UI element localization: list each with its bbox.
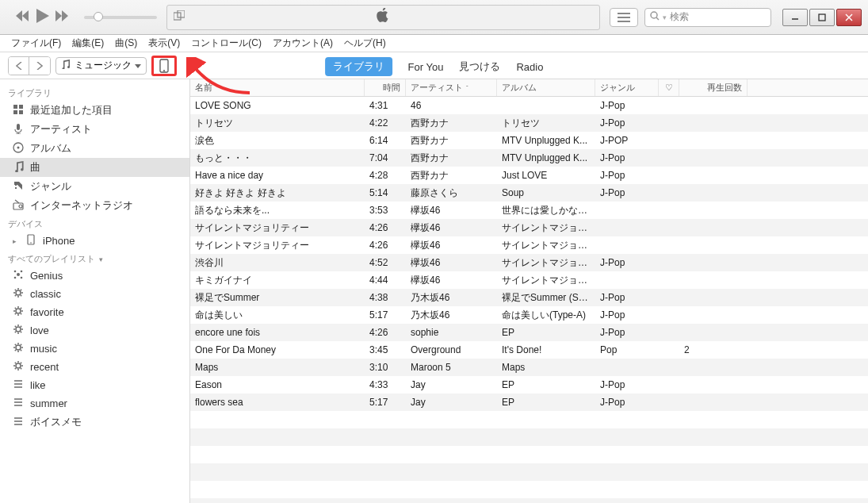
- empty-row: [190, 481, 868, 498]
- maximize-button[interactable]: [809, 9, 835, 26]
- sidebar-item[interactable]: アーティスト: [0, 120, 189, 139]
- back-button[interactable]: [9, 57, 29, 75]
- svg-point-5: [651, 12, 657, 18]
- sidebar-item[interactable]: like: [0, 376, 189, 394]
- sidebar-item-label: summer: [30, 397, 67, 409]
- table-row[interactable]: 好きよ 好きよ 好きよ5:14藤原さくらSoupJ-Pop: [190, 184, 868, 202]
- sidebar-item-label: 最近追加した項目: [30, 103, 113, 117]
- menu-item[interactable]: ヘルプ(H): [344, 36, 386, 50]
- svg-point-28: [14, 271, 17, 273]
- col-time[interactable]: 時間: [365, 79, 406, 96]
- table-row[interactable]: Maps3:10Maroon 5Maps: [190, 359, 868, 376]
- device-button[interactable]: [151, 56, 177, 76]
- volume-slider[interactable]: [84, 16, 157, 19]
- sidebar-item[interactable]: classic: [0, 285, 189, 303]
- sidebar-item-label: like: [30, 379, 46, 391]
- search-placeholder: 検索: [670, 10, 689, 24]
- empty-row: [190, 463, 868, 481]
- close-button[interactable]: [836, 9, 862, 26]
- gear-icon: [13, 305, 24, 319]
- list-icon: [13, 416, 24, 429]
- empty-row: [190, 428, 868, 446]
- sidebar-item-label: favorite: [30, 306, 64, 318]
- menu-item[interactable]: 編集(E): [72, 36, 104, 50]
- sidebar-item[interactable]: favorite: [0, 303, 189, 321]
- sidebar-heading-devices: デバイス: [0, 215, 189, 232]
- table-row[interactable]: 渋谷川4:52欅坂46サイレントマジョリティーJ-Pop: [190, 254, 868, 271]
- svg-rect-4: [618, 21, 630, 22]
- forward-button[interactable]: [29, 57, 50, 75]
- window-controls: [782, 9, 862, 26]
- svg-line-24: [15, 200, 19, 203]
- sidebar-item[interactable]: Genius: [0, 267, 189, 285]
- sidebar-item[interactable]: recent: [0, 358, 189, 376]
- sidebar-item[interactable]: アルバム: [0, 139, 189, 158]
- tab-radio[interactable]: Radio: [516, 61, 543, 73]
- svg-point-12: [163, 70, 165, 71]
- col-favorite[interactable]: ♡: [659, 79, 679, 96]
- sidebar-item[interactable]: ジャンル: [0, 177, 189, 196]
- tab-library[interactable]: ライブラリ: [325, 57, 392, 76]
- table-row[interactable]: トリセツ4:22西野カナトリセツJ-Pop: [190, 114, 868, 132]
- table-header: 名前 時間 アーティストˇ アルバム ジャンル ♡ 再生回数: [190, 79, 868, 97]
- table-row[interactable]: encore une fois4:26sophieEPJ-Pop: [190, 324, 868, 341]
- sidebar-item[interactable]: 曲: [0, 158, 189, 177]
- sidebar-item[interactable]: ▸iPhone: [0, 232, 189, 250]
- table-row[interactable]: サイレントマジョリティー4:26欅坂46サイレントマジョリティ...: [190, 219, 868, 236]
- list-view-button[interactable]: [610, 8, 638, 27]
- next-button[interactable]: [55, 10, 71, 25]
- table-row[interactable]: 裸足でSummer4:38乃木坂46裸足でSummer (Sp...J-Pop: [190, 289, 868, 306]
- col-artist[interactable]: アーティストˇ: [406, 79, 497, 96]
- svg-rect-14: [19, 105, 23, 109]
- tab-discover[interactable]: 見つける: [459, 60, 500, 74]
- sidebar-item-label: アーティスト: [30, 122, 92, 136]
- menu-item[interactable]: 曲(S): [115, 36, 137, 50]
- table-row[interactable]: 涙色6:14西野カナMTV Unplugged K...J-POP: [190, 132, 868, 149]
- col-plays[interactable]: 再生回数: [679, 79, 748, 96]
- miniplayer-icon[interactable]: [174, 10, 185, 25]
- sidebar-item-label: classic: [30, 288, 61, 300]
- grid-icon: [13, 104, 24, 117]
- table-row[interactable]: キミガイナイ4:44欅坂46サイレントマジョリティー: [190, 271, 868, 289]
- svg-rect-20: [15, 184, 17, 186]
- tab-for-you[interactable]: For You: [408, 61, 444, 73]
- table-row[interactable]: 語るなら未来を...3:53欅坂46世界には愛しかない...: [190, 202, 868, 219]
- col-album[interactable]: アルバム: [497, 79, 595, 96]
- sidebar-item[interactable]: 最近追加した項目: [0, 101, 189, 120]
- minimize-button[interactable]: [782, 9, 808, 26]
- menu-item[interactable]: ファイル(F): [11, 36, 61, 50]
- sidebar-item[interactable]: summer: [0, 394, 189, 413]
- table-row[interactable]: One For Da Money3:45OvergroundIt's Done!…: [190, 341, 868, 359]
- svg-point-29: [21, 271, 23, 273]
- table-row[interactable]: もっと・・・7:04西野カナMTV Unplugged K...J-Pop: [190, 149, 868, 167]
- table-row[interactable]: 命は美しい5:17乃木坂46命は美しい(Type-A)J-Pop: [190, 306, 868, 324]
- empty-row: [190, 411, 868, 428]
- table-row[interactable]: LOVE SONG4:3146J-Pop: [190, 97, 868, 114]
- media-type-selector[interactable]: ミュージック: [55, 57, 147, 75]
- sidebar-item[interactable]: インターネットラジオ: [0, 196, 189, 215]
- svg-point-23: [19, 205, 22, 208]
- prev-button[interactable]: [14, 10, 30, 25]
- search-input[interactable]: ▾ 検索: [644, 8, 771, 27]
- svg-line-6: [656, 17, 659, 20]
- svg-point-26: [30, 242, 32, 244]
- svg-point-27: [17, 273, 20, 276]
- menu-item[interactable]: コントロール(C): [191, 36, 262, 50]
- genius-icon: [13, 269, 24, 282]
- table-row[interactable]: Eason4:33JayEPJ-Pop: [190, 376, 868, 394]
- sidebar-item-label: アルバム: [30, 141, 71, 156]
- menu-item[interactable]: アカウント(A): [273, 36, 333, 50]
- table-row[interactable]: Have a nice day4:28西野カナJust LOVEJ-Pop: [190, 167, 868, 184]
- album-icon: [13, 142, 24, 156]
- table-row[interactable]: flowers sea5:17JayEPJ-Pop: [190, 394, 868, 411]
- menu-item[interactable]: 表示(V): [148, 36, 180, 50]
- col-genre[interactable]: ジャンル: [595, 79, 659, 96]
- sidebar-item[interactable]: love: [0, 321, 189, 340]
- col-name[interactable]: 名前: [190, 79, 365, 96]
- svg-point-34: [16, 327, 21, 332]
- now-playing-display: [166, 5, 600, 30]
- table-row[interactable]: サイレントマジョリティー4:26欅坂46サイレントマジョリティ...: [190, 236, 868, 254]
- play-button[interactable]: [36, 9, 49, 26]
- sidebar-item[interactable]: ボイスメモ: [0, 413, 189, 432]
- sidebar-item[interactable]: music: [0, 340, 189, 358]
